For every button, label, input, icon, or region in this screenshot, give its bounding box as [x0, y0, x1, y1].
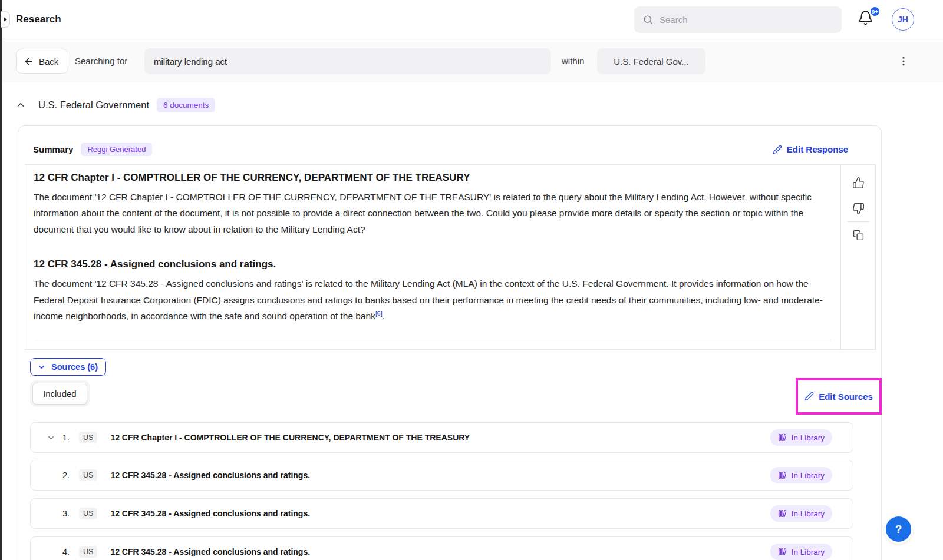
sentence-period: . [383, 311, 385, 321]
source-number: 4. [62, 547, 79, 556]
sidebar-expand-handle[interactable] [1, 11, 10, 28]
edit-pencil-icon [773, 145, 782, 154]
sidebar-expand-icon [4, 17, 7, 22]
expand-source-button[interactable] [41, 433, 60, 442]
summary-block-body: The document '12 CFR Chapter I - COMPTRO… [34, 189, 831, 237]
in-library-badge[interactable]: In Library [770, 544, 832, 560]
page-title: Research [16, 14, 61, 25]
library-icon [778, 470, 787, 480]
summary-block-title: 12 CFR 345.28 - Assigned conclusions and… [34, 259, 831, 270]
library-icon [778, 547, 787, 556]
summary-label: Summary [33, 144, 73, 154]
source-region-badge: US [79, 546, 97, 558]
source-row[interactable]: 2. US 12 CFR 345.28 - Assigned conclusio… [30, 460, 853, 491]
source-region-badge: US [79, 508, 97, 519]
summary-response-content: 12 CFR Chapter I - COMPTROLLER OF THE CU… [25, 165, 840, 349]
source-title: 12 CFR 345.28 - Assigned conclusions and… [110, 509, 310, 518]
chevron-down-icon [47, 433, 55, 442]
edit-response-label: Edit Response [787, 144, 848, 154]
query-input[interactable] [144, 48, 551, 74]
collapsed-sidebar-edge [0, 0, 2, 560]
search-input[interactable] [660, 15, 833, 25]
notifications-button[interactable]: 9+ [858, 10, 878, 30]
scope-selector[interactable]: U.S. Federal Gov... [597, 48, 705, 74]
summary-block-title: 12 CFR Chapter I - COMPTROLLER OF THE CU… [34, 172, 831, 184]
edit-response-button[interactable]: Edit Response [773, 144, 848, 154]
back-button-label: Back [39, 57, 58, 67]
source-number: 3. [62, 509, 79, 518]
response-actions-rail [840, 165, 875, 349]
edit-sources-label: Edit Sources [819, 392, 873, 402]
chevron-up-icon [15, 100, 26, 110]
user-avatar[interactable]: JH [892, 8, 914, 31]
in-library-label: In Library [792, 471, 825, 480]
copy-response-button[interactable] [841, 230, 875, 241]
summary-response-box: 12 CFR Chapter I - COMPTROLLER OF THE CU… [25, 164, 876, 350]
back-button[interactable]: Back [16, 49, 68, 74]
summary-block-text: The document '12 CFR 345.28 - Assigned c… [34, 279, 823, 321]
thumbs-down-button[interactable] [841, 203, 875, 215]
collapse-section-button[interactable] [12, 96, 29, 114]
citation-link[interactable]: [6] [375, 310, 383, 317]
summary-card: Summary Reggi Generated Edit Response 12… [18, 125, 882, 560]
document-count-badge: 6 documents [157, 98, 215, 112]
thumbs-down-icon [852, 203, 865, 215]
included-filter-tab[interactable]: Included [32, 383, 87, 405]
source-region-badge: US [79, 432, 97, 443]
source-region-badge: US [79, 469, 97, 481]
source-title: 12 CFR 345.28 - Assigned conclusions and… [110, 547, 310, 556]
sources-toggle-button[interactable]: Sources (6) [30, 358, 106, 376]
in-library-badge[interactable]: In Library [770, 505, 832, 522]
more-options-button[interactable] [894, 52, 913, 71]
thumbs-up-button[interactable] [841, 177, 875, 189]
edit-sources-highlight-annotation: Edit Sources [796, 378, 882, 415]
copy-icon [853, 230, 864, 241]
source-number: 1. [62, 433, 79, 442]
source-row[interactable]: 3. US 12 CFR 345.28 - Assigned conclusio… [30, 498, 853, 529]
sources-filter-group: Included [30, 380, 90, 407]
kebab-menu-icon [898, 55, 909, 67]
source-title: 12 CFR 345.28 - Assigned conclusions and… [110, 470, 310, 480]
searching-for-label: Searching for [75, 56, 127, 66]
source-row[interactable]: 4. US 12 CFR 345.28 - Assigned conclusio… [30, 536, 853, 560]
library-icon [778, 433, 787, 442]
source-number: 2. [62, 470, 79, 480]
rail-divider [848, 221, 869, 222]
in-library-label: In Library [792, 548, 825, 556]
section-title: U.S. Federal Government [38, 100, 149, 111]
in-library-badge[interactable]: In Library [770, 429, 832, 446]
edit-pencil-icon [804, 392, 814, 401]
arrow-left-icon [24, 57, 34, 67]
help-button[interactable]: ? [886, 516, 911, 542]
global-search[interactable] [634, 6, 842, 33]
in-library-label: In Library [792, 433, 825, 442]
sources-toggle-label: Sources (6) [51, 362, 98, 372]
summary-divider [34, 340, 831, 340]
notification-count-badge: 9+ [869, 6, 881, 17]
chevron-down-icon [37, 363, 46, 372]
source-title: 12 CFR Chapter I - COMPTROLLER OF THE CU… [110, 433, 470, 442]
within-label: within [562, 56, 584, 66]
search-context-bar: Back Searching for within U.S. Federal G… [2, 40, 943, 82]
summary-block-body: The document '12 CFR 345.28 - Assigned c… [34, 276, 831, 324]
library-icon [778, 509, 787, 518]
app-header: Research 9+ JH [2, 0, 943, 39]
in-library-label: In Library [792, 509, 825, 518]
summary-header: Summary Reggi Generated [33, 143, 152, 156]
search-icon [642, 14, 654, 25]
reggi-generated-badge: Reggi Generated [81, 143, 152, 156]
thumbs-up-icon [852, 177, 865, 189]
result-section-header: U.S. Federal Government 6 documents [12, 96, 215, 114]
source-row[interactable]: 1. US 12 CFR Chapter I - COMPTROLLER OF … [30, 422, 853, 453]
edit-sources-button[interactable]: Edit Sources [804, 392, 873, 402]
in-library-badge[interactable]: In Library [770, 467, 832, 483]
